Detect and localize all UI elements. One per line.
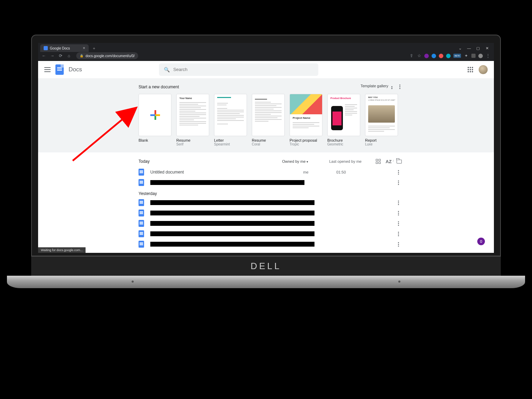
laptop-brand-label: DELL xyxy=(31,256,501,276)
template-project-proposal[interactable]: Project proposal Tropic xyxy=(290,94,322,146)
document-row[interactable] xyxy=(139,239,402,249)
template-gallery-section: Start a new document Template gallery ▲▼ xyxy=(38,78,494,152)
docs-file-icon xyxy=(139,179,144,186)
document-row[interactable] xyxy=(139,177,402,188)
docs-file-icon xyxy=(139,210,144,216)
search-input[interactable] xyxy=(173,67,313,72)
browser-status-bar: Waiting for docs.google.com... xyxy=(38,247,86,253)
window-maximize-icon[interactable]: ▢ xyxy=(476,46,480,51)
template-heading: Start a new document xyxy=(139,85,179,89)
extension-icon[interactable] xyxy=(446,54,451,58)
main-menu-button[interactable] xyxy=(44,67,51,72)
row-more-button[interactable] xyxy=(397,220,400,227)
docs-file-icon xyxy=(139,241,144,248)
omnibox[interactable]: 🔒 docs.google.com/document/u/0/ xyxy=(76,52,138,59)
browser-tabstrip: Google Docs × ＋ ⌄ ― ▢ ✕ xyxy=(38,43,494,52)
window-controls: ⌄ ― ▢ ✕ xyxy=(458,46,492,51)
extension-icon[interactable] xyxy=(439,54,443,58)
new-tab-button[interactable]: ＋ xyxy=(91,45,97,51)
nav-reload-icon[interactable]: ⟳ xyxy=(58,53,63,58)
sort-label: Last opened by me xyxy=(329,159,362,163)
template-brochure[interactable]: Product Brochure Brochure Geometric xyxy=(327,94,360,146)
list-controls: Today Owned by me ▾ Last opened by me AZ xyxy=(139,156,402,167)
browser-menu-icon[interactable]: ⋮ xyxy=(486,53,490,58)
redacted-content xyxy=(150,211,314,215)
floating-badge[interactable]: 0 xyxy=(477,238,485,245)
lock-icon: 🔒 xyxy=(80,54,83,57)
document-row[interactable] xyxy=(139,229,402,239)
nav-back-icon[interactable]: ← xyxy=(42,53,46,58)
document-row[interactable] xyxy=(139,208,402,218)
laptop-base xyxy=(7,276,525,288)
window-minimize-icon[interactable]: ― xyxy=(467,46,471,51)
grid-view-button[interactable] xyxy=(375,159,381,164)
template-report[interactable]: MAY YOULOREM IPSUM DOLOR SIT AMET Report… xyxy=(365,94,398,146)
browser-address-bar: ← → ⟳ ⌂ 🔒 docs.google.com/document/u/0/ … xyxy=(38,52,494,61)
app-title: Docs xyxy=(69,66,82,73)
row-more-button[interactable] xyxy=(397,230,400,238)
extension-icon[interactable] xyxy=(471,54,476,58)
document-row[interactable] xyxy=(139,218,402,229)
plus-icon xyxy=(150,110,160,120)
row-more-button[interactable] xyxy=(397,210,400,217)
star-icon[interactable]: ☆ xyxy=(417,53,422,58)
section-prev7-label: Previous 7 days xyxy=(139,249,402,253)
docs-file-icon xyxy=(139,169,144,176)
template-resume-coral[interactable]: Resume Coral xyxy=(252,94,285,146)
search-box[interactable]: 🔍 xyxy=(159,63,318,76)
share-icon[interactable]: ⇪ xyxy=(409,53,414,58)
account-avatar[interactable] xyxy=(479,65,488,74)
close-tab-icon[interactable]: × xyxy=(83,46,85,50)
screen: Google Docs × ＋ ⌄ ― ▢ ✕ ← → ⟳ ⌂ xyxy=(38,43,494,253)
tab-title: Google Docs xyxy=(50,46,70,50)
row-more-button[interactable] xyxy=(397,179,400,186)
redacted-content xyxy=(150,231,314,236)
document-list: Today Owned by me ▾ Last opened by me AZ… xyxy=(139,156,402,253)
docs-file-icon xyxy=(139,220,144,227)
template-blank[interactable]: Blank xyxy=(139,94,171,146)
document-name: Untitled document xyxy=(150,170,227,175)
browser-tab-active[interactable]: Google Docs × xyxy=(40,44,89,52)
open-file-picker-button[interactable] xyxy=(396,159,402,164)
docs-file-icon xyxy=(139,199,144,206)
redacted-content xyxy=(150,180,304,185)
docs-logo-icon[interactable] xyxy=(55,64,64,75)
row-more-button[interactable] xyxy=(397,199,400,206)
document-owner: me xyxy=(277,170,309,174)
browser-chrome: Google Docs × ＋ ⌄ ― ▢ ✕ ← → ⟳ ⌂ xyxy=(38,43,494,61)
sort-az-button[interactable]: AZ xyxy=(386,159,391,164)
expand-collapse-icon: ▲▼ xyxy=(391,86,393,90)
browser-profile-icon[interactable] xyxy=(478,54,483,58)
search-icon: 🔍 xyxy=(164,67,170,72)
template-resume-serif[interactable]: Your Name Resume Serif xyxy=(176,94,209,146)
redacted-content xyxy=(150,221,314,226)
section-today-label: Today xyxy=(139,159,150,164)
template-more-button[interactable] xyxy=(398,83,402,90)
extensions-puzzle-icon[interactable]: ✦ xyxy=(464,53,469,58)
docs-file-icon xyxy=(139,230,144,237)
redacted-content xyxy=(150,200,314,205)
browser-extension-tray: ⇪ ☆ BETA ✦ ⋮ xyxy=(409,53,490,58)
document-row[interactable] xyxy=(139,197,402,208)
template-letter-spearmint[interactable]: Letter Spearmint xyxy=(214,94,247,146)
extension-icon[interactable] xyxy=(432,54,436,58)
laptop-bezel: Google Docs × ＋ ⌄ ― ▢ ✕ ← → ⟳ ⌂ xyxy=(31,35,501,256)
window-close-icon[interactable]: ✕ xyxy=(485,46,489,51)
extension-beta-icon[interactable]: BETA xyxy=(453,54,461,58)
google-apps-button[interactable] xyxy=(468,67,473,72)
row-more-button[interactable] xyxy=(397,241,400,248)
redacted-content xyxy=(150,242,314,247)
template-row: Blank Your Name Resume Serif Letter Spea… xyxy=(139,94,402,146)
omnibox-url: docs.google.com/document/u/0/ xyxy=(86,54,135,58)
owned-by-dropdown[interactable]: Owned by me ▾ xyxy=(282,159,308,163)
window-caret-icon[interactable]: ⌄ xyxy=(458,46,462,51)
template-gallery-button[interactable]: Template gallery ▲▼ xyxy=(361,84,393,90)
document-row[interactable]: Untitled document me 01:50 xyxy=(139,167,402,177)
row-more-button[interactable] xyxy=(397,169,400,176)
nav-home-icon[interactable]: ⌂ xyxy=(66,53,71,58)
document-time: 01:50 xyxy=(315,170,346,174)
extension-icon[interactable] xyxy=(424,54,429,58)
section-yesterday-label: Yesterday xyxy=(139,188,402,197)
docs-favicon-icon xyxy=(44,46,48,50)
nav-forward-icon[interactable]: → xyxy=(50,53,55,58)
